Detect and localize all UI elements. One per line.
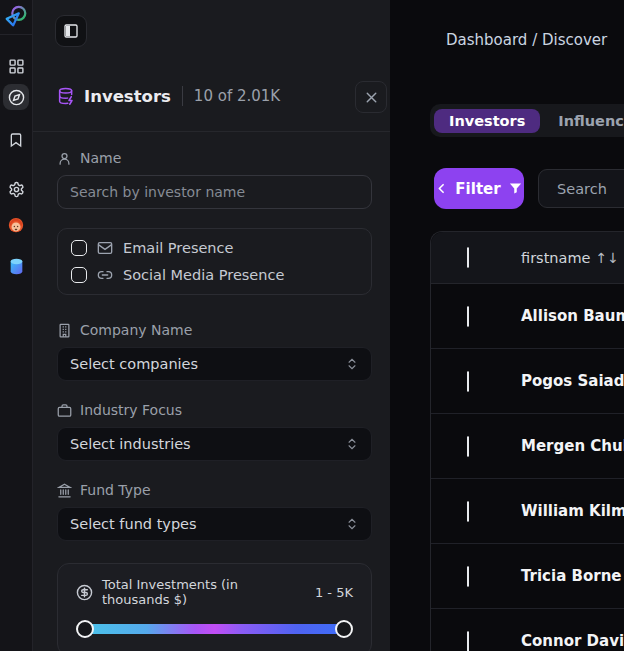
industry-select[interactable]: Select industries [57,427,372,461]
total-investments-card: Total Investments (in thousands $) 1 - 5… [57,563,372,651]
database-blue-icon[interactable] [9,258,24,275]
briefcase-icon [57,403,72,418]
select-all-checkbox[interactable] [467,247,469,268]
dashboard-grid-icon[interactable] [8,58,25,75]
investor-name-search-input[interactable] [57,175,372,209]
user-icon [57,151,72,166]
building-icon [57,323,72,338]
settings-gear-icon[interactable] [8,181,25,198]
tab-bar: Investors Influencers [430,104,624,137]
name-field-label: Name [57,150,372,166]
panel-toggle-button[interactable] [55,15,87,47]
link-icon [97,267,113,283]
title-separator [182,86,183,106]
circle-dollar-icon [76,584,93,601]
chevrons-up-down-icon [345,357,359,371]
breadcrumb[interactable]: Dashboard / Discover [446,31,607,49]
investments-range-slider[interactable] [76,620,353,638]
close-panel-button[interactable] [355,81,387,113]
chevron-left-icon [435,182,448,195]
slider-track[interactable] [78,624,351,634]
result-count: 10 of 2.01K [194,87,280,105]
chevrons-up-down-icon [345,517,359,531]
fund-type-select[interactable]: Select fund types [57,507,372,541]
filter-fields: Name Email Presence Social Media Presenc… [33,132,390,651]
landmark-icon [57,483,72,498]
app-logo-icon[interactable] [3,4,29,30]
presence-filter-card: Email Presence Social Media Presence [57,228,372,295]
database-zap-icon [57,87,75,105]
table-header-row: firstname↑↓ [431,232,624,284]
investor-name[interactable]: Connor Davidso [485,632,624,650]
icon-rail [0,0,33,651]
rail-divider [0,34,32,35]
row-checkbox[interactable] [467,306,469,327]
mail-icon [97,240,113,256]
table-row[interactable]: Tricia Borne [431,544,624,609]
investor-name[interactable]: Pogos Saiadian [485,372,624,390]
chevrons-up-down-icon [345,437,359,451]
company-select[interactable]: Select companies [57,347,372,381]
filter-panel: Investors 10 of 2.01K Name Email Presenc… [33,0,390,651]
table-row[interactable]: Pogos Saiadian [431,349,624,414]
search-box[interactable] [538,169,624,208]
company-field-label: Company Name [57,322,372,338]
panel-title: Investors [84,87,171,106]
slider-handle-max[interactable] [335,620,353,638]
discover-compass-icon[interactable] [3,84,29,110]
investor-name[interactable]: Mergen Chuluun [485,437,624,455]
row-checkbox[interactable] [467,501,469,522]
main-content: Dashboard / Discover Investors Influence… [390,0,624,651]
column-header-firstname[interactable]: firstname↑↓ [485,250,619,266]
investor-name[interactable]: Allison Baum Ga [485,307,624,325]
panel-header: Investors 10 of 2.01K [57,86,372,106]
tab-influencers[interactable]: Influencers [543,109,624,133]
investor-name[interactable]: William Kilmer [485,502,624,520]
search-input[interactable] [557,181,624,197]
row-checkbox[interactable] [467,631,469,651]
table-row[interactable]: Connor Davidso [431,609,624,651]
table-row[interactable]: Mergen Chuluun [431,414,624,479]
industry-field-label: Industry Focus [57,402,372,418]
fund-field-label: Fund Type [57,482,372,498]
bookmark-icon[interactable] [8,132,24,148]
tab-investors[interactable]: Investors [434,109,540,133]
investors-table: firstname↑↓ Allison Baum Ga Pogos Saiadi… [430,231,624,651]
filter-button[interactable]: Filter [434,168,524,209]
table-row[interactable]: William Kilmer [431,479,624,544]
social-presence-option[interactable]: Social Media Presence [71,267,358,283]
table-row[interactable]: Allison Baum Ga [431,284,624,349]
email-presence-checkbox[interactable] [71,240,87,256]
funnel-icon [508,181,523,196]
social-presence-checkbox[interactable] [71,267,87,283]
sort-icon[interactable]: ↑↓ [595,250,618,266]
user-avatar-icon[interactable] [7,217,25,235]
row-checkbox[interactable] [467,436,469,457]
investor-name[interactable]: Tricia Borne [485,567,622,585]
row-checkbox[interactable] [467,566,469,587]
row-checkbox[interactable] [467,371,469,392]
investments-label: Total Investments (in thousands $) [102,577,306,607]
investments-range-value: 1 - 5K [315,585,353,600]
email-presence-option[interactable]: Email Presence [71,240,358,256]
slider-handle-min[interactable] [76,620,94,638]
